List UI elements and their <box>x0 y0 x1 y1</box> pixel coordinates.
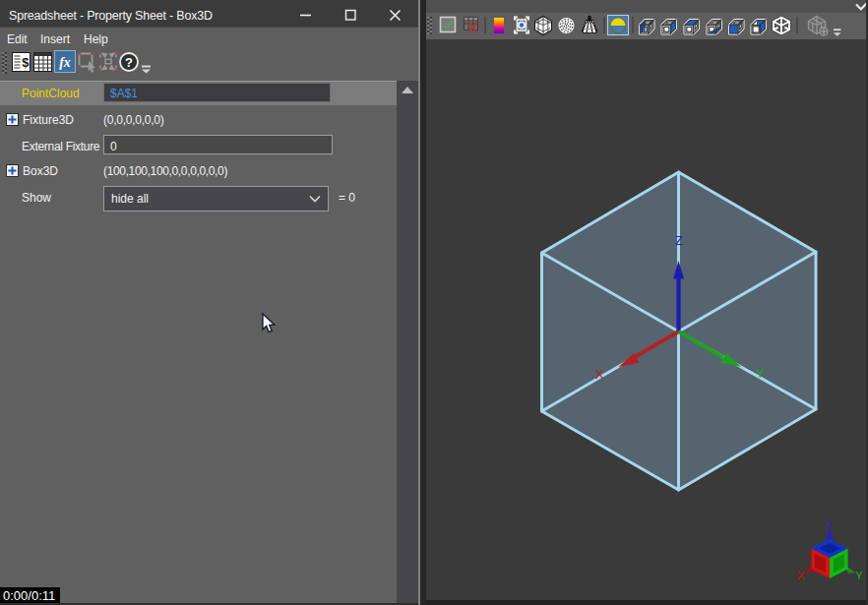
svg-text:fx: fx <box>59 55 71 70</box>
svg-text:Z: Z <box>675 233 683 248</box>
svg-text:X: X <box>595 367 604 382</box>
svg-text:?: ? <box>125 55 133 70</box>
svg-text:Z: Z <box>827 519 834 531</box>
svg-text:Y: Y <box>756 366 765 381</box>
svg-text:$: $ <box>22 55 30 70</box>
svg-text:Y: Y <box>855 570 863 581</box>
svg-text:X: X <box>797 570 805 581</box>
